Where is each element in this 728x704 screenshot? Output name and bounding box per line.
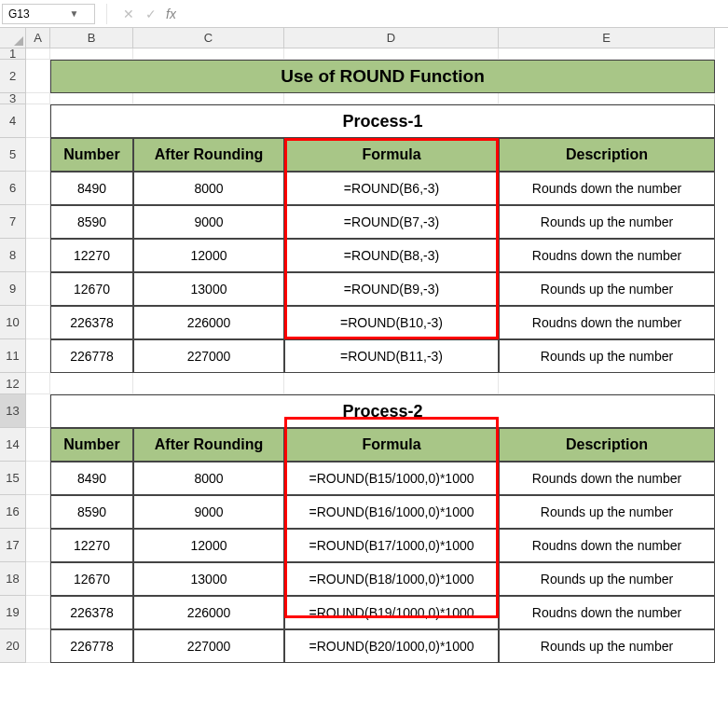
td-formula[interactable]: =ROUND(B6,-3)	[284, 172, 499, 205]
th-after[interactable]: After Rounding	[133, 138, 284, 172]
th-number[interactable]: Number	[50, 138, 133, 172]
cell[interactable]	[26, 138, 50, 172]
cell[interactable]	[26, 495, 50, 529]
row-header-4[interactable]: 4	[0, 104, 26, 138]
row-header-3[interactable]: 3	[0, 93, 26, 104]
cell[interactable]	[26, 93, 50, 104]
td-number[interactable]: 12670	[50, 272, 133, 306]
td-after[interactable]: 226000	[133, 596, 284, 629]
td-number[interactable]: 12270	[50, 529, 133, 562]
td-number[interactable]: 8590	[50, 495, 133, 529]
cell[interactable]	[284, 93, 499, 104]
td-number[interactable]: 8490	[50, 172, 133, 205]
td-formula[interactable]: =ROUND(B15/1000,0)*1000	[284, 462, 499, 495]
td-after[interactable]: 13000	[133, 272, 284, 306]
row-header-10[interactable]: 10	[0, 306, 26, 339]
cancel-icon[interactable]: ✕	[123, 7, 134, 21]
td-desc[interactable]: Rounds down the number	[499, 462, 715, 495]
td-after[interactable]: 9000	[133, 495, 284, 529]
name-box[interactable]: G13 ▼	[2, 4, 95, 24]
row-header-1[interactable]: 1	[0, 48, 26, 60]
td-formula[interactable]: =ROUND(B10,-3)	[284, 306, 499, 339]
cell[interactable]	[26, 462, 50, 495]
row-header-7[interactable]: 7	[0, 205, 26, 239]
cell[interactable]	[284, 48, 499, 60]
cell[interactable]	[133, 48, 284, 60]
cell[interactable]	[26, 48, 50, 60]
col-header-A[interactable]: A	[26, 28, 50, 48]
row-header-9[interactable]: 9	[0, 272, 26, 306]
td-number[interactable]: 226778	[50, 629, 133, 663]
th-formula[interactable]: Formula	[284, 428, 499, 462]
cell[interactable]	[133, 373, 284, 394]
td-desc[interactable]: Rounds up the number	[499, 562, 715, 596]
td-number[interactable]: 12270	[50, 239, 133, 272]
row-header-15[interactable]: 15	[0, 462, 26, 495]
cell[interactable]	[26, 339, 50, 373]
td-after[interactable]: 12000	[133, 529, 284, 562]
cell[interactable]	[26, 529, 50, 562]
row-header-6[interactable]: 6	[0, 172, 26, 205]
td-formula[interactable]: =ROUND(B7,-3)	[284, 205, 499, 239]
cell[interactable]	[133, 93, 284, 104]
td-formula[interactable]: =ROUND(B18/1000,0)*1000	[284, 562, 499, 596]
cell[interactable]	[26, 428, 50, 462]
cells-area[interactable]: Use of ROUND FunctionProcess-1NumberAfte…	[26, 48, 715, 663]
cell[interactable]	[26, 104, 50, 138]
td-desc[interactable]: Roudns down the number	[499, 529, 715, 562]
col-header-C[interactable]: C	[133, 28, 284, 48]
td-desc[interactable]: Rounds up the number	[499, 272, 715, 306]
td-after[interactable]: 227000	[133, 339, 284, 373]
cell[interactable]	[499, 93, 715, 104]
cell[interactable]	[499, 48, 715, 60]
select-all-corner[interactable]	[0, 28, 26, 48]
cell[interactable]	[26, 172, 50, 205]
td-desc[interactable]: Roudns down the number	[499, 239, 715, 272]
td-after[interactable]: 8000	[133, 462, 284, 495]
td-formula[interactable]: =ROUND(B16/1000,0)*1000	[284, 495, 499, 529]
td-desc[interactable]: Roudns down the number	[499, 596, 715, 629]
td-formula[interactable]: =ROUND(B20/1000,0)*1000	[284, 629, 499, 663]
td-number[interactable]: 226778	[50, 339, 133, 373]
td-desc[interactable]: Rounds up the number	[499, 339, 715, 373]
cell[interactable]	[26, 205, 50, 239]
th-after[interactable]: After Rounding	[133, 428, 284, 462]
td-formula[interactable]: =ROUND(B8,-3)	[284, 239, 499, 272]
row-header-5[interactable]: 5	[0, 138, 26, 172]
col-header-D[interactable]: D	[284, 28, 499, 48]
td-formula[interactable]: =ROUND(B9,-3)	[284, 272, 499, 306]
td-number[interactable]: 226378	[50, 596, 133, 629]
th-formula[interactable]: Formula	[284, 138, 499, 172]
td-after[interactable]: 226000	[133, 306, 284, 339]
row-header-13[interactable]: 13	[0, 394, 26, 428]
td-number[interactable]: 8490	[50, 462, 133, 495]
td-desc[interactable]: Roudns down the number	[499, 306, 715, 339]
td-after[interactable]: 13000	[133, 562, 284, 596]
name-box-dropdown-icon[interactable]: ▼	[48, 8, 94, 19]
cell[interactable]	[284, 373, 499, 394]
cell[interactable]	[499, 373, 715, 394]
th-number[interactable]: Number	[50, 428, 133, 462]
td-after[interactable]: 8000	[133, 172, 284, 205]
cell[interactable]	[26, 239, 50, 272]
row-header-19[interactable]: 19	[0, 596, 26, 629]
td-after[interactable]: 12000	[133, 239, 284, 272]
td-formula[interactable]: =ROUND(B11,-3)	[284, 339, 499, 373]
cell[interactable]	[26, 373, 50, 394]
cell[interactable]	[50, 48, 133, 60]
td-number[interactable]: 8590	[50, 205, 133, 239]
row-header-12[interactable]: 12	[0, 373, 26, 394]
fx-icon[interactable]: fx	[166, 7, 176, 21]
section-title[interactable]: Process-2	[50, 394, 715, 428]
section-title[interactable]: Process-1	[50, 104, 715, 138]
cell[interactable]	[50, 93, 133, 104]
cell[interactable]	[26, 562, 50, 596]
row-header-20[interactable]: 20	[0, 629, 26, 663]
row-header-11[interactable]: 11	[0, 339, 26, 373]
cell[interactable]	[26, 60, 50, 93]
td-after[interactable]: 227000	[133, 629, 284, 663]
cell[interactable]	[26, 272, 50, 306]
td-desc[interactable]: Rounds up the number	[499, 495, 715, 529]
row-header-18[interactable]: 18	[0, 562, 26, 596]
col-header-B[interactable]: B	[50, 28, 133, 48]
